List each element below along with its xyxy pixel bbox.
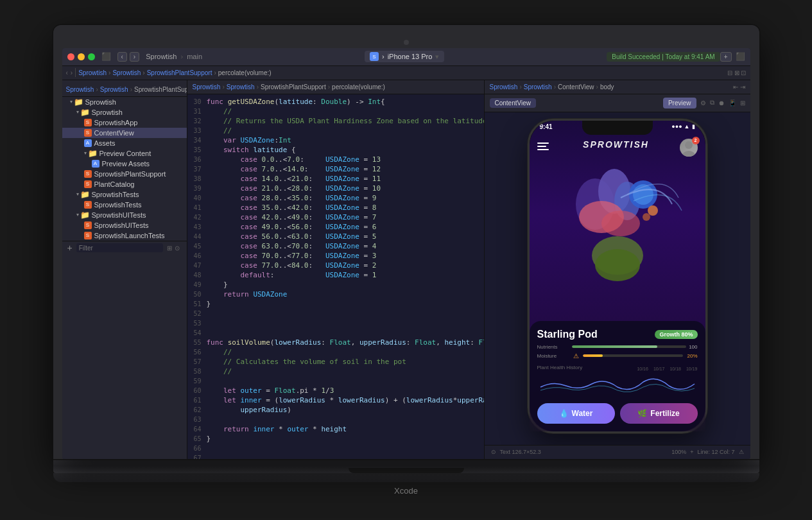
file-breadcrumb: Sprowtish › Sprowtish › SprowtishPlantSu… bbox=[78, 69, 271, 76]
folder-icon: 📁 bbox=[82, 191, 89, 198]
device-icon[interactable]: 📱 bbox=[729, 100, 736, 107]
inspector-toggle-icon[interactable]: ⬛ bbox=[736, 52, 745, 61]
nav-back-icon[interactable]: ‹ bbox=[66, 69, 68, 76]
filter-input[interactable] bbox=[76, 243, 163, 252]
sidebar-item-preview-content[interactable]: ▾ 📁 Preview Content bbox=[62, 148, 187, 159]
plant-hero bbox=[530, 156, 705, 304]
simulator-selector[interactable]: S › iPhone 13 Pro ▾ bbox=[365, 51, 444, 62]
code-line: 50 return USDAZone bbox=[187, 290, 484, 299]
menu-button[interactable] bbox=[537, 139, 553, 154]
menu-line bbox=[537, 143, 549, 144]
copy-icon[interactable]: ⧉ bbox=[710, 99, 714, 107]
sidebar-header: Sprowtish › Sprowtish › SprowtishPlantSu… bbox=[62, 83, 187, 97]
code-line: 58 // bbox=[187, 367, 484, 376]
laptop-container: ⬛ ‹ › Sprowtish › main S bbox=[53, 25, 759, 482]
app-logo: SPROWTISH bbox=[583, 139, 649, 157]
iphone-notch bbox=[582, 121, 653, 135]
sidebar-item-preview-assets[interactable]: A Preview Assets bbox=[62, 159, 187, 169]
nutrients-label: Nutrients bbox=[537, 344, 569, 350]
close-button[interactable] bbox=[67, 53, 74, 60]
notification-avatar[interactable]: 2 bbox=[680, 139, 698, 157]
sidebar-item-label: Assets bbox=[94, 139, 116, 147]
add-button[interactable]: + bbox=[720, 52, 732, 62]
water-drop-icon: 💧 bbox=[559, 409, 569, 418]
grid-icon[interactable]: ⊞ bbox=[740, 100, 745, 107]
sidebar-item-sprowtish-root[interactable]: ▾ 📁 Sprowtish bbox=[62, 97, 187, 107]
app-content: 9:41 ●●● ▲ ▮ bbox=[530, 121, 705, 431]
settings-icon[interactable]: ⚙ bbox=[700, 100, 706, 107]
sidebar-item-assets[interactable]: A Assets bbox=[62, 138, 187, 148]
expand-right-icon[interactable]: ⇥ bbox=[740, 83, 745, 91]
bc-plantsupport[interactable]: SprowtishPlantSupport bbox=[147, 69, 212, 76]
traffic-lights bbox=[67, 53, 95, 60]
swift-icon: S bbox=[84, 119, 92, 126]
sidebar-item-tests-group[interactable]: ▾ 📁 SprowtishTests bbox=[62, 189, 187, 200]
code-line: 30func getUSDAZone(latitude: Double) -> … bbox=[187, 97, 484, 107]
code-line: 49 } bbox=[187, 280, 484, 290]
sort-icon[interactable]: ⊞ bbox=[167, 245, 172, 252]
sidebar-item-label: SprowtishApp bbox=[94, 119, 138, 126]
sidebar-item-sprowtish[interactable]: ▾ 📁 Sprowtish bbox=[62, 107, 187, 117]
sidebar-item-launchtests[interactable]: S SprowtishLaunchTests bbox=[62, 230, 187, 241]
sidebar-item-plantsupport[interactable]: S SprowtishPlantSupport bbox=[62, 169, 187, 179]
code-line: 56 // bbox=[187, 347, 484, 357]
forward-button[interactable]: › bbox=[130, 52, 139, 62]
sidebar-item-sprowtishapp[interactable]: S SprowtishApp bbox=[62, 117, 187, 128]
zoom-in-icon[interactable]: + bbox=[690, 449, 693, 455]
record-icon[interactable]: ⏺ bbox=[718, 100, 725, 107]
ec-file: SprowtishPlantSupport bbox=[261, 83, 326, 91]
add-file-button[interactable]: + bbox=[67, 243, 73, 253]
code-line: 48 default: USDAZone = 1 bbox=[187, 270, 484, 280]
code-editor[interactable]: Sprowtish › Sprowtish › SprowtishPlantSu… bbox=[187, 80, 484, 459]
status-icons: ●●● ▲ ▮ bbox=[671, 123, 695, 130]
expand-left-icon[interactable]: ⇤ bbox=[733, 83, 738, 91]
date1: 10/16 bbox=[637, 367, 648, 371]
webcam bbox=[404, 40, 409, 45]
nav-forward-icon[interactable]: › bbox=[71, 69, 73, 76]
sidebar-item-tests[interactable]: S SprowtishTests bbox=[62, 200, 187, 210]
layout-icons: ⊟ ⊠ ⊡ bbox=[727, 69, 747, 76]
simulator-device: iPhone 13 Pro bbox=[388, 53, 433, 60]
code-line: 41 case 35.0..<42.0: USDAZone = 8 bbox=[187, 203, 484, 212]
bc-sprowtish1[interactable]: Sprowtish bbox=[78, 69, 107, 76]
fertilize-button[interactable]: 🌿 Fertilize bbox=[620, 403, 698, 424]
sidebar-sprowtish1: Sprowtish bbox=[66, 86, 94, 93]
sidebar: Sprowtish › Sprowtish › SprowtishPlantSu… bbox=[62, 80, 187, 459]
sidebar-item-label: PlantCatalog bbox=[94, 180, 135, 188]
bc-sprowtish2[interactable]: Sprowtish bbox=[112, 69, 141, 76]
sidebar-toggle-icon[interactable]: ⬛ bbox=[101, 52, 111, 61]
svg-point-8 bbox=[601, 211, 640, 236]
bc-percolate[interactable]: percolate(volume:) bbox=[218, 69, 272, 76]
assets-icon: A bbox=[84, 139, 92, 147]
minimize-button[interactable] bbox=[78, 53, 85, 60]
preview-button[interactable]: Preview bbox=[663, 98, 696, 108]
water-button[interactable]: 💧 Water bbox=[537, 403, 615, 424]
code-line: 32 // Returns the USDA Plant Hardiness Z… bbox=[187, 116, 484, 126]
pb-contentview: ContentView bbox=[558, 83, 594, 91]
preview-panel: Sprowtish › Sprowtish › ContentView › bo… bbox=[484, 80, 750, 459]
camera-bar bbox=[62, 37, 750, 48]
sidebar-item-plantcatalog[interactable]: S PlantCatalog bbox=[62, 179, 187, 189]
inspect-icon[interactable]: ⊙ bbox=[491, 449, 496, 455]
sidebar-item-uitests-group[interactable]: ▾ 📁 SprowtishUITests bbox=[62, 210, 187, 220]
laptop-base bbox=[53, 459, 759, 473]
options-icon[interactable]: ⊙ bbox=[175, 245, 180, 252]
code-line: 52 bbox=[187, 309, 484, 318]
main-content: Sprowtish › Sprowtish › SprowtishPlantSu… bbox=[62, 80, 750, 459]
moisture-bar-bg bbox=[583, 354, 684, 357]
growth-badge: Growth 80% bbox=[655, 330, 697, 339]
menu-line bbox=[537, 146, 546, 147]
xcode-app: ⬛ ‹ › Sprowtish › main S bbox=[62, 48, 750, 459]
sidebar-item-label: SprowtishTests bbox=[92, 191, 139, 198]
sidebar-sprowtish2: Sprowtish bbox=[100, 86, 128, 93]
code-line: 65} bbox=[187, 434, 484, 444]
back-button[interactable]: ‹ bbox=[117, 52, 127, 62]
laptop-bottom bbox=[53, 473, 759, 482]
sidebar-item-uitests[interactable]: S SprowtishUITests bbox=[62, 220, 187, 230]
warning-count-icon[interactable]: ⚠ bbox=[739, 449, 744, 455]
svg-point-1 bbox=[682, 151, 695, 157]
sidebar-item-contentview[interactable]: S ContentView bbox=[62, 128, 187, 138]
code-line: 67 bbox=[187, 453, 484, 459]
fullscreen-button[interactable] bbox=[88, 53, 95, 60]
code-line: 61 let inner = (lowerRadius * lowerRadiu… bbox=[187, 395, 484, 405]
